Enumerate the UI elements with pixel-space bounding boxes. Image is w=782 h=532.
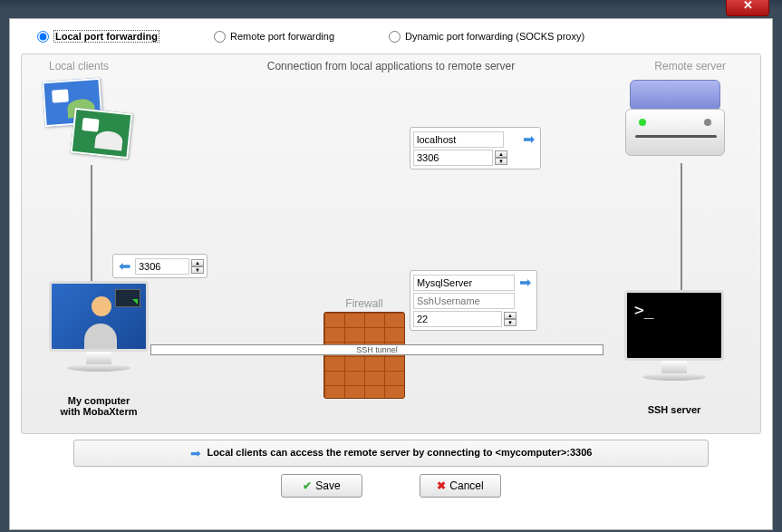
- radio-local-forwarding[interactable]: Local port forwarding: [37, 30, 159, 43]
- my-computer-caption: My computer with MobaXterm: [40, 395, 158, 417]
- ssh-tunnel-label: SSH tunnel: [150, 344, 603, 355]
- local-clients-icon: [43, 80, 143, 161]
- radio-dynamic-forwarding[interactable]: Dynamic port forwarding (SOCKS proxy): [389, 30, 584, 43]
- line-local: [91, 165, 92, 283]
- arrow-right-icon: ➡: [520, 131, 537, 148]
- tunnel-diagram: Local clients Connection from local appl…: [21, 53, 761, 434]
- cross-icon: ✖: [437, 479, 446, 492]
- ssh-port-up[interactable]: ▲: [504, 312, 517, 319]
- local-port-group: ⬅ ▲ ▼: [112, 254, 208, 278]
- remote-port-down[interactable]: ▼: [495, 158, 507, 165]
- save-button[interactable]: ✔Save: [281, 474, 362, 498]
- local-port-input[interactable]: [135, 258, 189, 275]
- remote-server-heading: Remote server: [654, 60, 726, 73]
- remote-server-icon: [621, 80, 729, 161]
- radio-remote-input[interactable]: [214, 31, 226, 43]
- radio-local-input[interactable]: [37, 31, 49, 43]
- line-remote: [681, 163, 682, 290]
- terminal-prompt-icon: >_: [634, 300, 654, 319]
- connection-description: Connection from local applications to re…: [267, 60, 515, 73]
- radio-dynamic-label: Dynamic port forwarding (SOCKS proxy): [405, 31, 584, 42]
- arrow-right-icon: ➡: [517, 274, 534, 291]
- my-computer-icon: [40, 281, 158, 372]
- ssh-server-group: ➡ ▲ ▼: [410, 270, 537, 331]
- dialog-buttons: ✔Save ✖Cancel: [10, 474, 772, 498]
- ssh-server-caption: SSH server: [615, 404, 733, 415]
- info-text: Local clients can access the remote serv…: [208, 447, 593, 458]
- info-bar: ➡ Local clients can access the remote se…: [73, 440, 709, 467]
- radio-remote-label: Remote port forwarding: [230, 31, 334, 42]
- ssh-server-icon: >_: [615, 290, 733, 381]
- local-clients-heading: Local clients: [49, 60, 109, 73]
- arrow-left-icon: ⬅: [116, 257, 133, 275]
- local-port-up[interactable]: ▲: [191, 259, 204, 266]
- close-button[interactable]: ✕: [726, 0, 769, 16]
- remote-port-up[interactable]: ▲: [495, 150, 507, 158]
- remote-server-group: ➡ ▲ ▼: [410, 127, 541, 169]
- check-icon: ✔: [303, 479, 312, 492]
- radio-remote-forwarding[interactable]: Remote port forwarding: [214, 30, 334, 43]
- arrow-right-icon: ➡: [190, 446, 201, 460]
- remote-port-input[interactable]: [413, 150, 493, 166]
- port-forwarding-dialog: Local port forwarding Remote port forwar…: [9, 18, 773, 530]
- forwarding-type-radios: Local port forwarding Remote port forwar…: [10, 19, 772, 50]
- firewall-label: Firewall: [319, 297, 410, 310]
- ssh-port-input[interactable]: [413, 311, 502, 327]
- radio-local-label: Local port forwarding: [53, 30, 159, 43]
- ssh-host-input[interactable]: [413, 275, 515, 291]
- local-port-down[interactable]: ▼: [191, 266, 204, 274]
- ssh-port-down[interactable]: ▼: [504, 319, 517, 326]
- ssh-username-input[interactable]: [413, 293, 515, 309]
- cancel-button[interactable]: ✖Cancel: [420, 474, 501, 498]
- remote-host-input[interactable]: [413, 131, 504, 148]
- radio-dynamic-input[interactable]: [389, 31, 401, 43]
